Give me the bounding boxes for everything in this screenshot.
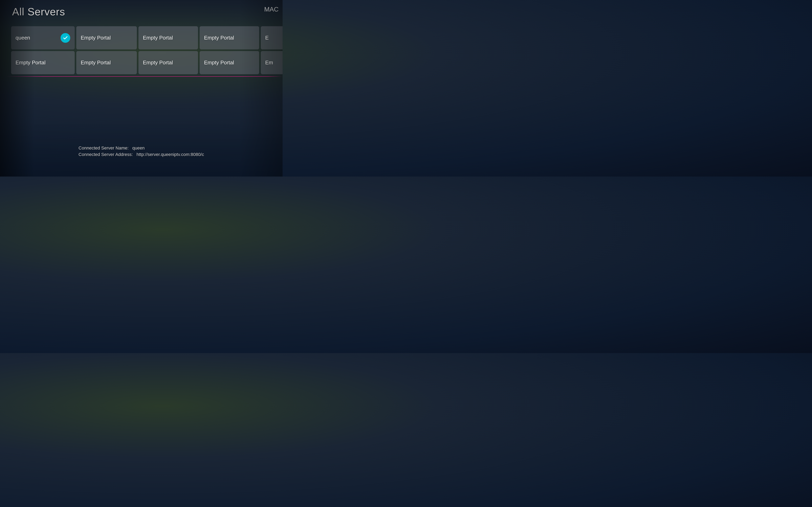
tile-label-partial-r2: Em [265, 59, 273, 66]
tile-label-queen: queen [15, 35, 30, 41]
server-address-label: Connected Server Address: [78, 152, 133, 157]
server-address-value: http://server.queeniptv.com:8080/c [137, 152, 204, 157]
server-grid: queen Empty Portal Empty Portal Empty Po… [11, 26, 280, 74]
server-tile-empty7[interactable]: Empty Portal [139, 51, 198, 74]
tile-label-empty1: Empty Portal [81, 35, 111, 41]
divider-line [0, 76, 283, 77]
mac-label: MAC [264, 6, 278, 13]
server-tile-partial-r1[interactable]: E [261, 26, 283, 49]
server-tile-empty6[interactable]: Empty Portal [76, 51, 137, 74]
page-title: All Servers [12, 6, 65, 18]
bottom-info: Connected Server Name: queen Connected S… [78, 146, 204, 158]
server-name-row: Connected Server Name: queen [78, 146, 204, 151]
server-tile-queen[interactable]: queen [11, 26, 75, 49]
active-check-badge [61, 33, 70, 43]
tile-label-empty2: Empty Portal [143, 35, 173, 41]
tile-label-empty6: Empty Portal [81, 59, 111, 66]
server-tile-empty5[interactable]: Empty Portal [11, 51, 75, 74]
server-address-row: Connected Server Address: http://server.… [78, 152, 204, 157]
tile-label-empty8: Empty Portal [204, 59, 234, 66]
server-tile-empty1[interactable]: Empty Portal [76, 26, 137, 49]
server-name-value: queen [132, 146, 145, 151]
tile-label-empty7: Empty Portal [143, 59, 173, 66]
tile-label-empty3: Empty Portal [204, 35, 234, 41]
tile-label-empty5: Empty Portal [15, 59, 46, 66]
server-tile-partial-r2[interactable]: Em [261, 51, 283, 74]
server-tile-empty2[interactable]: Empty Portal [139, 26, 198, 49]
server-name-label: Connected Server Name: [78, 146, 128, 151]
server-tile-empty3[interactable]: Empty Portal [200, 26, 259, 49]
tile-label-partial-r1: E [265, 35, 269, 41]
server-tile-empty8[interactable]: Empty Portal [200, 51, 259, 74]
